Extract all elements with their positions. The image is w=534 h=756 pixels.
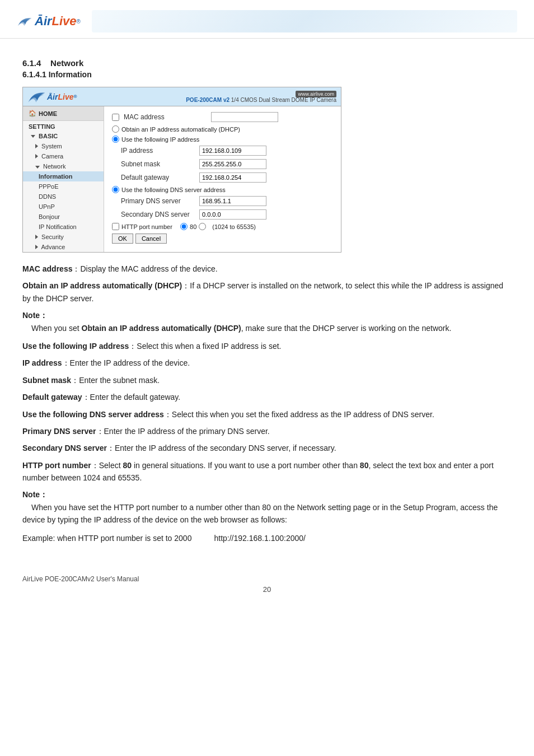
- dhcp-radio[interactable]: [112, 125, 119, 133]
- sidebar-information-label: Information: [39, 173, 73, 180]
- ip-address-row: IP address: [112, 146, 333, 156]
- subnet-mask-description: Subnet mask：Enter the subnet mask.: [22, 374, 512, 386]
- http-port-description: HTTP port number：Select 80 in general si…: [22, 459, 512, 484]
- dhcp-radio-row: Obtain an IP address automatically (DHCP…: [112, 125, 333, 133]
- camera-topbar-logo: ĀirLive®: [27, 90, 77, 104]
- arrow-right-icon-4: [35, 245, 38, 249]
- arrow-right-icon: [35, 144, 38, 148]
- ip-address-input[interactable]: [199, 146, 266, 156]
- dns-section-divider: Use the following DNS server address: [112, 186, 333, 193]
- sidebar-item-ddns[interactable]: DDNS: [23, 192, 104, 202]
- subnet-mask-input[interactable]: [199, 159, 266, 169]
- sidebar-item-ip-notification[interactable]: IP Notification: [23, 222, 104, 232]
- note-1-bullet: When you set Obtain an IP address automa…: [31, 324, 451, 333]
- section-heading-network: 6.1.4 Network: [22, 58, 512, 68]
- topbar-logo-wing-icon: [27, 90, 47, 104]
- camera-sidebar: 🏠 HOME SETTING BASIC System Camera: [23, 106, 104, 252]
- ip-address-label: IP address: [112, 147, 195, 155]
- topbar-model: POE-200CAM v2: [186, 97, 229, 103]
- sidebar-bonjour-label: Bonjour: [39, 213, 60, 220]
- sidebar-ddns-label: DDNS: [39, 193, 56, 200]
- subnet-mask-label: Subnet mask: [112, 160, 195, 168]
- default-gateway-input[interactable]: [199, 172, 266, 183]
- cancel-button[interactable]: Cancel: [135, 234, 167, 244]
- page-header: ĀirLive®: [0, 0, 534, 39]
- subnet-mask-row: Subnet mask: [112, 159, 333, 169]
- sidebar-setting-label: SETTING: [23, 121, 104, 131]
- home-icon: 🏠: [29, 110, 36, 117]
- logo-text-live: Live: [52, 14, 77, 29]
- secondary-dns-input[interactable]: [199, 209, 266, 220]
- camera-body: 🏠 HOME SETTING BASIC System Camera: [23, 106, 341, 252]
- example-label: Example: when HTTP port number is set to…: [22, 532, 191, 544]
- logo-reg: ®: [77, 18, 81, 25]
- topbar-live-text: Live: [58, 92, 73, 101]
- sidebar-camera-label: Camera: [41, 153, 63, 160]
- sidebar-item-camera[interactable]: Camera: [23, 151, 104, 161]
- sidebar-pppoe-label: PPPoE: [39, 183, 58, 190]
- ok-button[interactable]: OK: [112, 234, 133, 244]
- sidebar-network-label: Network: [43, 163, 65, 170]
- sidebar-upnp-label: UPnP: [39, 203, 55, 210]
- http-port-checkbox[interactable]: [112, 223, 119, 230]
- section-heading-information: 6.1.4.1 Information: [22, 70, 512, 79]
- mac-address-label: MAC address: [124, 113, 207, 121]
- obtain-dhcp-description: Obtain an IP address automatically (DHCP…: [22, 279, 512, 305]
- secondary-dns-description: Secondary DNS server：Enter the IP addres…: [22, 442, 512, 454]
- use-following-ip-description: Use the following IP address：Select this…: [22, 340, 512, 352]
- sidebar-item-basic[interactable]: BASIC: [23, 131, 104, 141]
- use-following-ip-radio[interactable]: [112, 136, 119, 143]
- sidebar-item-bonjour[interactable]: Bonjour: [23, 212, 104, 222]
- mac-address-checkbox[interactable]: [112, 114, 119, 121]
- default-gateway-label: Default gateway: [112, 174, 195, 181]
- topbar-air-text: Āir: [47, 92, 58, 101]
- use-following-dns-label: Use the following DNS server address: [121, 186, 226, 193]
- arrow-right-icon-2: [35, 154, 38, 158]
- dhcp-label: Obtain an IP address automatically (DHCP…: [121, 126, 240, 133]
- ip-address-description: IP address：Enter the IP address of the d…: [22, 357, 512, 369]
- http-port-range-label: (1024 to 65535): [212, 223, 256, 230]
- logo-text-air: Āir: [35, 14, 52, 29]
- form-buttons-row: OK Cancel: [112, 234, 333, 244]
- http-port-80-value: 80: [190, 223, 196, 230]
- sidebar-basic-label: BASIC: [39, 133, 58, 139]
- http-port-custom-radio[interactable]: [199, 223, 206, 230]
- primary-dns-description: Primary DNS server：Enter the IP address …: [22, 425, 512, 437]
- primary-dns-label: Primary DNS server: [112, 197, 195, 205]
- sidebar-security-label: Security: [41, 234, 64, 240]
- note-2: Note： When you have set the HTTP port nu…: [22, 488, 512, 526]
- sidebar-item-upnp[interactable]: UPnP: [23, 202, 104, 212]
- arrow-right-icon-3: [35, 235, 38, 239]
- example-url: http://192.168.1.100:2000/: [214, 532, 305, 544]
- page-number: 20: [22, 585, 512, 594]
- page-footer: AirLive POE-200CAMv2 User's Manual 20: [0, 564, 534, 598]
- http-port-80-radio[interactable]: [180, 223, 188, 230]
- sidebar-item-home[interactable]: 🏠 HOME: [23, 106, 104, 121]
- mac-address-input[interactable]: [211, 112, 278, 122]
- primary-dns-row: Primary DNS server: [112, 196, 333, 206]
- http-port-row: HTTP port number 80 (1024 to 65535): [112, 223, 333, 230]
- sidebar-item-security[interactable]: Security: [23, 232, 104, 242]
- default-gateway-row: Default gateway: [112, 172, 333, 183]
- use-following-ip-radio-row: Use the following IP address: [112, 136, 333, 143]
- use-following-dns-radio[interactable]: [112, 186, 119, 193]
- arrow-down-icon: [31, 135, 35, 138]
- description-section: MAC address：Display the MAC address of t…: [22, 263, 512, 544]
- camera-topbar: ĀirLive® www.airlive.com POE-200CAM v2 1…: [23, 87, 341, 106]
- sidebar-item-pppoe[interactable]: PPPoE: [23, 181, 104, 192]
- main-content: 6.1.4 Network 6.1.4.1 Information ĀirLiv…: [0, 39, 534, 564]
- sidebar-item-advance[interactable]: Advance: [23, 242, 104, 252]
- mac-address-description: MAC address：Display the MAC address of t…: [22, 263, 512, 275]
- header-wave-decoration: [92, 10, 517, 32]
- primary-dns-input[interactable]: [199, 196, 266, 206]
- example-line: Example: when HTTP port number is set to…: [22, 532, 512, 544]
- secondary-dns-label: Secondary DNS server: [112, 211, 195, 218]
- sidebar-item-network[interactable]: Network: [23, 161, 104, 171]
- sidebar-item-information[interactable]: Information: [23, 171, 104, 181]
- default-gateway-description: Default gateway：Enter the default gatewa…: [22, 391, 512, 403]
- camera-main-panel: MAC address Obtain an IP address automat…: [104, 106, 341, 252]
- sidebar-item-system[interactable]: System: [23, 141, 104, 151]
- camera-ui-box: ĀirLive® www.airlive.com POE-200CAM v2 1…: [22, 87, 341, 253]
- sidebar-system-label: System: [41, 143, 62, 150]
- use-following-ip-label: Use the following IP address: [121, 136, 199, 143]
